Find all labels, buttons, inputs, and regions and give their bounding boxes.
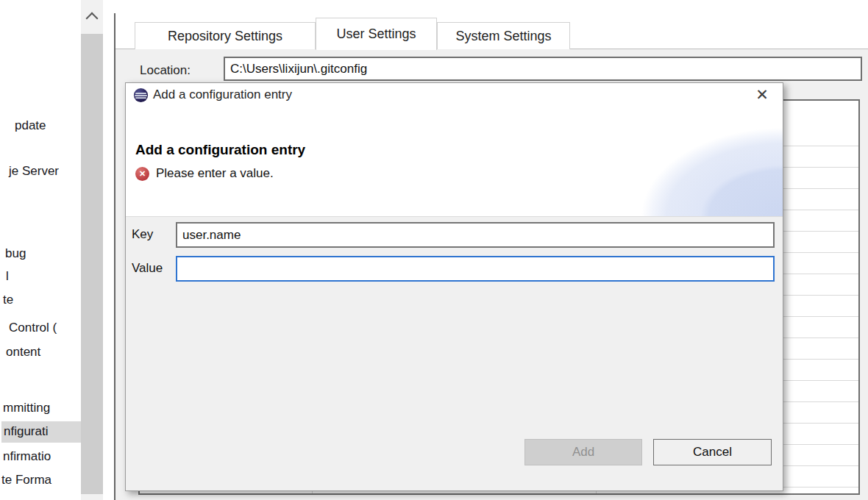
cancel-button[interactable]: Cancel xyxy=(653,439,772,465)
sidebar-item-update[interactable]: pdate xyxy=(15,118,46,134)
key-input[interactable] xyxy=(176,222,775,248)
sidebar-item-te[interactable]: te xyxy=(3,292,13,308)
tab-user-settings[interactable]: User Settings xyxy=(316,18,437,50)
sidebar-item-l[interactable]: l xyxy=(6,268,9,285)
dialog-title: Add a configuration entry xyxy=(153,83,292,107)
location-field[interactable] xyxy=(224,57,862,81)
value-input[interactable] xyxy=(176,256,775,282)
tab-repository-settings[interactable]: Repository Settings xyxy=(135,22,316,49)
error-message-row: ✕ Please enter a value. xyxy=(135,166,274,181)
sidebar-item-content[interactable]: ontent xyxy=(6,344,40,360)
error-icon: ✕ xyxy=(135,167,149,181)
dialog-banner: Add a configuration entry ✕ Add a config… xyxy=(126,83,783,217)
add-button[interactable]: Add xyxy=(524,439,642,465)
banner-decoration xyxy=(639,126,783,216)
scroll-up-button[interactable] xyxy=(81,0,103,32)
sidebar-item-debug[interactable]: bug xyxy=(5,246,26,262)
sidebar-item-language-server[interactable]: je Server xyxy=(9,163,59,179)
close-icon[interactable]: ✕ xyxy=(750,84,774,106)
sidebar-item-committing[interactable]: mmitting xyxy=(3,400,50,416)
sidebar-item-confirmations[interactable]: nfirmatio xyxy=(3,449,51,465)
error-message-text: Please enter a value. xyxy=(156,166,274,181)
add-configuration-entry-dialog: Add a configuration entry ✕ Add a config… xyxy=(125,82,783,491)
sidebar-item-version-control[interactable]: Control ( xyxy=(9,320,57,336)
value-label: Value xyxy=(132,261,163,276)
eclipse-preferences-window: pdate je Server bug l te Control ( onten… xyxy=(0,0,868,500)
tree-scrollbar[interactable] xyxy=(81,0,103,500)
error-x-glyph: ✕ xyxy=(139,170,146,178)
key-label: Key xyxy=(132,227,153,242)
location-label: Location: xyxy=(140,63,191,78)
eclipse-icon xyxy=(133,88,149,103)
dialog-heading: Add a configuration entry xyxy=(135,142,305,158)
sidebar-item-date-format[interactable]: te Forma xyxy=(1,472,51,488)
chevron-up-icon xyxy=(86,12,99,25)
scrollbar-thumb[interactable] xyxy=(81,34,103,494)
tab-system-settings[interactable]: System Settings xyxy=(437,22,570,49)
sidebar-item-configuration[interactable]: nfigurati xyxy=(4,424,48,440)
